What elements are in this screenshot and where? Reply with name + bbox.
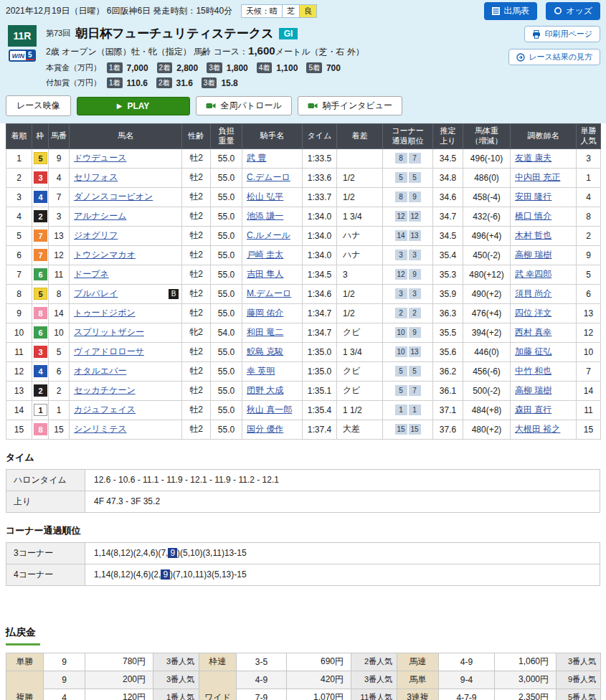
print-page-button[interactable]: 印刷用ページ xyxy=(524,26,600,42)
jockey-link[interactable]: C.デムーロ xyxy=(247,172,290,182)
trainer-link[interactable]: 木村 哲也 xyxy=(515,230,551,240)
horse-name-link[interactable]: ジオグリフ xyxy=(74,230,118,240)
patrol-video-button[interactable]: 全周パトロール xyxy=(196,96,292,115)
horse-name-link[interactable]: オタルエバー xyxy=(74,366,126,376)
horse-name-link[interactable]: ヴィアドロローサ xyxy=(74,346,144,356)
prize-amount: 110.6 xyxy=(127,78,148,88)
horse-name-link[interactable]: セリフォス xyxy=(74,172,118,182)
odds-button[interactable]: オッズ xyxy=(546,2,600,20)
horse-number: 2 xyxy=(49,381,70,400)
payout-combination: 3-5 xyxy=(237,653,287,671)
payout-popularity: 9番人気 xyxy=(557,671,601,689)
horse-name-cell: トゥードジボン xyxy=(70,303,182,323)
prize-rank-chip: 3着 xyxy=(202,77,217,88)
trainer-link[interactable]: 須貝 尚介 xyxy=(515,288,551,298)
jockey-link[interactable]: 国分 優作 xyxy=(247,424,283,434)
horse-name-cell: シンリミテス xyxy=(70,420,182,439)
horse-name-cell: カジュフェイス xyxy=(70,400,182,420)
margin: 1 3/4 xyxy=(337,207,383,226)
jockey-link[interactable]: M.デムーロ xyxy=(247,288,291,298)
jockey-link[interactable]: 武 豊 xyxy=(247,153,266,163)
horse-number: 15 xyxy=(49,420,70,439)
trainer-link[interactable]: 友道 康夫 xyxy=(515,153,551,163)
bracket-cell: 6 xyxy=(32,323,49,342)
jockey-link[interactable]: 幸 英明 xyxy=(247,366,275,376)
corner-order-cell: 109 xyxy=(383,323,433,342)
furlong-time-label: ハロンタイム xyxy=(6,469,85,491)
prize-rank-chip: 2着 xyxy=(157,62,173,73)
corner-position-badge: 7 xyxy=(409,153,421,164)
payout-type-win: 単勝 xyxy=(6,653,44,671)
prize-rank-chip: 1着 xyxy=(107,77,123,88)
trainer-link[interactable]: 森田 直行 xyxy=(515,405,551,415)
payout-type-place: 複勝 xyxy=(6,671,44,700)
play-button[interactable]: ▶ PLAY xyxy=(77,97,190,115)
jockey-link[interactable]: 戸崎 圭太 xyxy=(247,250,283,260)
horse-name-link[interactable]: トウシンマカオ xyxy=(74,250,136,260)
table-row: 3コーナー 1,14(8,12)(2,4,6)(7,9)(5,10)(3,11)… xyxy=(6,542,600,564)
entries-button[interactable]: 出馬表 xyxy=(484,2,537,20)
finish-time: 1:35.1 xyxy=(303,381,337,400)
page-header: 2021年12月19日（日曜） 6回阪神6日 発走時刻：15時40分 天候：晴 … xyxy=(0,0,606,123)
win5-logo: WIN 5 xyxy=(9,49,35,62)
jockey-link[interactable]: 吉田 隼人 xyxy=(247,269,283,279)
jockey-link[interactable]: 池添 謙一 xyxy=(247,211,283,221)
jockey-interview-button[interactable]: 騎手インタビュー xyxy=(298,96,402,115)
corner-position-badge: 1 xyxy=(409,405,421,415)
trainer-link[interactable]: 中竹 和也 xyxy=(515,366,551,376)
corner-position-badge: 3 xyxy=(395,288,407,299)
trainer-link[interactable]: 大根田 裕之 xyxy=(515,424,560,434)
results-guide-button[interactable]: レース結果の見方 xyxy=(508,49,600,65)
corner-position-badge: 2 xyxy=(395,308,407,318)
corner-position-badge: 5 xyxy=(395,366,407,377)
jockey-link[interactable]: 鮫島 克駿 xyxy=(247,346,283,356)
race-video-button[interactable]: レース映像 xyxy=(6,95,71,116)
horse-name-cell: プルパレイB xyxy=(70,284,182,303)
corner-position-badge: 7 xyxy=(409,385,421,396)
horse-name-link[interactable]: アルナシーム xyxy=(74,211,126,221)
horse-name-link[interactable]: カジュフェイス xyxy=(74,405,136,415)
horse-name-link[interactable]: プルパレイ xyxy=(74,288,118,298)
horse-weight: 432(-6) xyxy=(463,207,511,226)
trainer-link[interactable]: 高柳 瑞樹 xyxy=(515,250,551,260)
horse-name-link[interactable]: ドーブネ xyxy=(74,269,109,279)
trainer-link[interactable]: 加藤 征弘 xyxy=(515,346,551,356)
trainer-link[interactable]: 西村 真幸 xyxy=(515,327,551,337)
bonus-money-row: 付加賞（万円） 1着110.62着31.63着15.8 xyxy=(46,77,600,88)
trainer-link[interactable]: 武 幸四郎 xyxy=(515,269,551,279)
jockey-link[interactable]: 松山 弘平 xyxy=(247,191,283,202)
horse-name-cell: ヴィアドロローサ xyxy=(70,342,182,361)
trainer-link[interactable]: 橋口 慎介 xyxy=(515,211,551,221)
payout-combination: 4-9 xyxy=(439,653,495,671)
trainer-link[interactable]: 高柳 瑞樹 xyxy=(515,385,551,395)
corner-position-badge: 5 xyxy=(409,366,421,377)
horse-name-link[interactable]: ドウデュース xyxy=(74,153,126,163)
trainer-link[interactable]: 四位 洋文 xyxy=(515,308,551,318)
table-row: 4コーナー 1,14(8,12)(4,6)(2,9)(7,10,11)3(5,1… xyxy=(6,564,600,585)
corner3-order: 1,14(8,12)(2,4,6)(7,9)(5,10)(3,11)13-15 xyxy=(85,542,600,564)
carried-weight: 55.0 xyxy=(211,420,242,439)
finish-time: 1:33.7 xyxy=(303,187,337,207)
jockey-link[interactable]: 藤岡 佑介 xyxy=(247,308,283,318)
horse-name-link[interactable]: ダノンスコーピオン xyxy=(74,191,153,202)
corner-position-badge: 5 xyxy=(395,172,407,183)
video-camera-icon xyxy=(206,102,216,110)
finish-position: 10 xyxy=(6,323,32,342)
jockey-cell: 吉田 隼人 xyxy=(242,265,303,284)
jockey-link[interactable]: C.ルメール xyxy=(247,230,290,240)
jockey-link[interactable]: 和田 竜二 xyxy=(247,327,283,337)
trainer-cell: 大根田 裕之 xyxy=(511,420,577,439)
horse-name-link[interactable]: セッカチケーン xyxy=(74,385,136,395)
corner-position-badge: 9 xyxy=(409,269,421,280)
video-camera-icon xyxy=(308,102,318,110)
horse-name-link[interactable]: シンリミテス xyxy=(74,424,127,434)
jockey-link[interactable]: 秋山 真一郎 xyxy=(247,405,292,415)
horse-name-link[interactable]: トゥードジボン xyxy=(74,308,136,318)
horse-number: 9 xyxy=(49,148,70,168)
trainer-link[interactable]: 中内田 充正 xyxy=(515,172,560,182)
jockey-link[interactable]: 団野 大成 xyxy=(247,385,283,395)
horse-name-link[interactable]: スプリットザシー xyxy=(74,327,144,337)
corner-position-badge: 3 xyxy=(409,288,421,299)
corner-order-cell: 1212 xyxy=(383,207,433,226)
trainer-link[interactable]: 安田 隆行 xyxy=(515,191,551,202)
